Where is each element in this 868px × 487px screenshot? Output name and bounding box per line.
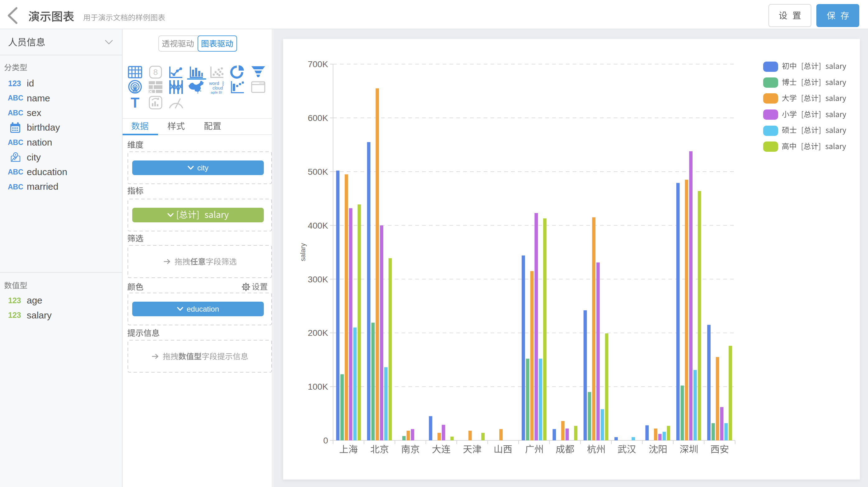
svg-text:agile BI: agile BI [211,91,222,94]
svg-text:400K: 400K [308,221,328,230]
svg-text:300K: 300K [308,274,328,284]
svg-text:500K: 500K [308,167,328,176]
svg-text:T: T [131,96,140,109]
svg-text:0: 0 [323,436,328,445]
svg-text:salary: salary [299,243,307,262]
svg-text:8: 8 [153,67,158,77]
svg-text:cloud: cloud [213,86,223,91]
svg-text:word: word [209,80,219,86]
svg-text:200K: 200K [308,328,328,338]
svg-text:700K: 700K [308,59,328,69]
svg-text:600K: 600K [308,113,328,123]
svg-text:100K: 100K [308,382,328,392]
